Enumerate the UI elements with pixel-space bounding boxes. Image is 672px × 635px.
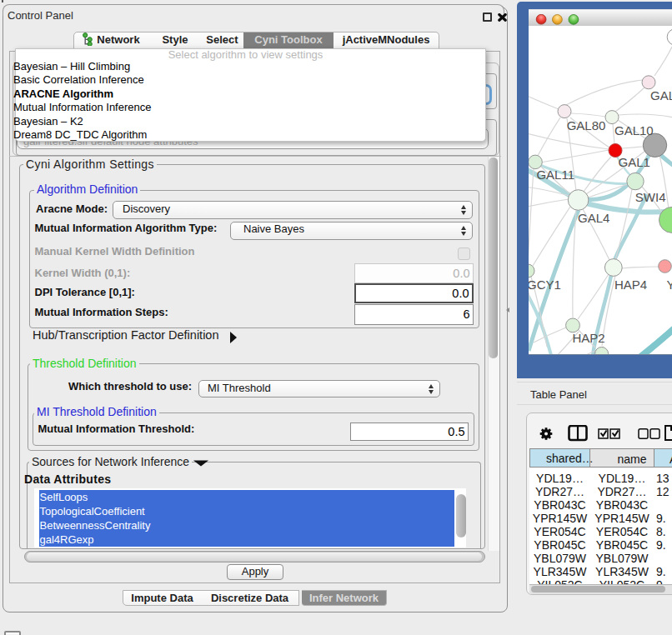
svg-text:GAL7: GAL7 [650,88,672,102]
svg-text:Y: Y [667,278,672,292]
svg-text:SWI4: SWI4 [635,190,666,204]
svg-text:GAL4: GAL4 [578,211,609,225]
svg-text:GCY1: GCY1 [529,278,561,292]
svg-text:HAP2: HAP2 [573,331,605,345]
svg-text:GAL10: GAL10 [614,123,654,138]
svg-text:GAL80: GAL80 [567,118,606,132]
svg-text:HAP4: HAP4 [614,278,647,292]
svg-text:GAL11: GAL11 [536,168,574,182]
svg-text:GAL1: GAL1 [619,155,650,169]
